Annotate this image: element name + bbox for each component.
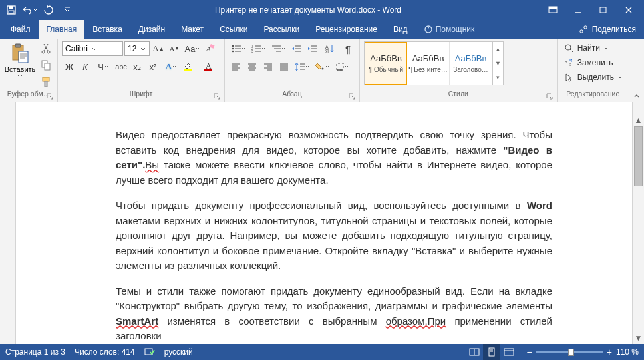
status-bar: Страница 1 из 3 Число слов: 414 русский … — [0, 344, 644, 360]
svg-rect-21 — [45, 63, 50, 70]
maximize-icon[interactable] — [591, 0, 616, 20]
paragraph[interactable]: Темы и стили также помогают придать доку… — [116, 284, 552, 344]
tab-design[interactable]: Дизайн — [130, 20, 173, 39]
tab-home[interactable]: Главная — [39, 20, 85, 39]
tab-mailings[interactable]: Рассылки — [255, 20, 307, 39]
tab-insert[interactable]: Вставка — [84, 20, 130, 39]
numbering-icon[interactable]: 123 — [249, 41, 267, 56]
web-layout-icon[interactable] — [500, 344, 518, 360]
show-marks-icon[interactable]: ¶ — [341, 41, 355, 56]
highlight-color-icon[interactable] — [182, 59, 200, 74]
share-button[interactable]: Поделиться — [571, 20, 644, 39]
shading-icon[interactable] — [313, 59, 331, 74]
dialog-launcher-icon[interactable] — [214, 93, 220, 100]
tab-view[interactable]: Вид — [385, 20, 416, 39]
font-color-icon[interactable]: A — [202, 59, 220, 74]
svg-point-33 — [232, 51, 234, 53]
spellcheck-icon[interactable] — [144, 347, 155, 357]
multilevel-list-icon[interactable] — [269, 41, 287, 56]
horizontal-ruler[interactable] — [16, 102, 632, 114]
collapse-ribbon-icon[interactable] — [629, 39, 644, 102]
undo-icon[interactable] — [21, 1, 39, 19]
font-name-combo[interactable]: Calibri — [62, 41, 123, 56]
decrease-indent-icon[interactable] — [289, 41, 303, 56]
dialog-launcher-icon[interactable] — [349, 93, 355, 100]
gallery-more-icon[interactable]: ▾ — [493, 71, 503, 85]
font-size-combo[interactable]: 12 — [124, 41, 150, 56]
svg-rect-5 — [549, 7, 557, 9]
tab-references[interactable]: Ссылки — [212, 20, 255, 39]
align-center-icon[interactable] — [245, 59, 259, 74]
styles-gallery[interactable]: АаБбВв ¶ Обычный АаБбВв ¶ Без инте… АаБб… — [364, 41, 504, 85]
style-heading1[interactable]: АаБбВ⁠в Заголово… — [450, 42, 492, 85]
align-right-icon[interactable] — [261, 59, 275, 74]
zoom-knob[interactable] — [568, 349, 574, 356]
tell-me[interactable]: Помощник — [416, 20, 483, 39]
zoom-in-icon[interactable]: + — [607, 347, 612, 357]
page-indicator[interactable]: Страница 1 из 3 — [5, 347, 65, 357]
document-page[interactable]: Видео предоставляет прекрасную возможнос… — [16, 114, 632, 344]
justify-icon[interactable] — [277, 59, 291, 74]
zoom-slider[interactable] — [536, 351, 603, 353]
subscript-button[interactable]: x₂ — [130, 59, 144, 74]
scroll-thumb[interactable] — [634, 126, 643, 186]
gallery-up-icon[interactable]: ▲ — [493, 42, 503, 56]
clear-formatting-icon[interactable]: A — [203, 41, 218, 56]
strikethrough-button[interactable]: abc — [114, 59, 128, 74]
zoom-value[interactable]: 110 % — [616, 347, 639, 357]
align-left-icon[interactable] — [229, 59, 243, 74]
scroll-down-icon[interactable]: ▼ — [633, 332, 644, 344]
read-mode-icon[interactable] — [466, 344, 483, 360]
cut-icon[interactable] — [39, 41, 53, 56]
paste-button[interactable]: Вставить — [4, 41, 36, 78]
bullets-icon[interactable] — [229, 41, 247, 56]
dialog-launcher-icon[interactable] — [47, 93, 53, 100]
sort-icon[interactable]: AЯ — [321, 41, 339, 56]
tab-layout[interactable]: Макет — [173, 20, 212, 39]
find-button[interactable]: Найти — [562, 41, 625, 55]
paragraph[interactable]: Чтобы придать документу профессиональный… — [116, 198, 552, 273]
svg-rect-26 — [184, 69, 192, 71]
share-label: Поделиться — [592, 25, 636, 34]
svg-rect-22 — [43, 77, 49, 81]
dialog-launcher-icon[interactable] — [546, 93, 553, 100]
style-no-spacing[interactable]: АаБбВв ¶ Без инте… — [407, 42, 450, 85]
window-title: Принтер не печатает документы Word.docx … — [76, 5, 540, 15]
save-icon[interactable] — [3, 1, 20, 19]
zoom-out-icon[interactable]: − — [527, 347, 532, 357]
svg-text:a: a — [565, 59, 567, 64]
line-spacing-icon[interactable] — [293, 59, 311, 74]
paragraph[interactable]: Видео предоставляет прекрасную возможнос… — [116, 128, 552, 188]
minimize-icon[interactable] — [565, 0, 591, 20]
language-indicator[interactable]: русский — [164, 347, 193, 357]
increase-indent-icon[interactable] — [305, 41, 319, 56]
print-layout-icon[interactable] — [483, 344, 500, 360]
gallery-down-icon[interactable]: ▼ — [493, 56, 503, 70]
borders-icon[interactable] — [333, 59, 351, 74]
vertical-ruler[interactable] — [0, 114, 16, 344]
style-normal[interactable]: АаБбВв ¶ Обычный — [365, 42, 407, 85]
ribbon-display-options-icon[interactable] — [540, 0, 565, 20]
select-button[interactable]: Выделить — [562, 71, 625, 84]
text-effects-icon[interactable]: A — [162, 59, 180, 74]
tab-file[interactable]: Файл — [3, 20, 39, 39]
italic-button[interactable]: К — [78, 59, 92, 74]
qat-customize-icon[interactable] — [59, 1, 76, 19]
shrink-font-icon[interactable]: A▼ — [167, 41, 182, 56]
format-painter-icon[interactable] — [39, 75, 53, 89]
scroll-up-icon[interactable]: ▲ — [633, 114, 644, 126]
bold-button[interactable]: Ж — [62, 59, 77, 74]
close-icon[interactable] — [616, 0, 641, 20]
redo-icon[interactable] — [40, 1, 57, 19]
replace-button[interactable]: abЗаменить — [562, 56, 625, 69]
underline-button[interactable]: Ч — [94, 59, 112, 74]
copy-icon[interactable] — [39, 58, 53, 73]
grow-font-icon[interactable]: A▲ — [151, 41, 166, 56]
tab-review[interactable]: Рецензирование — [307, 20, 385, 39]
vertical-scrollbar[interactable]: ▲ ▼ — [632, 114, 644, 344]
word-count[interactable]: Число слов: 414 — [75, 347, 135, 357]
quick-access-toolbar — [3, 1, 76, 19]
svg-text:3: 3 — [251, 49, 253, 53]
superscript-button[interactable]: x² — [146, 59, 160, 74]
change-case-icon[interactable]: Aa — [183, 41, 202, 56]
